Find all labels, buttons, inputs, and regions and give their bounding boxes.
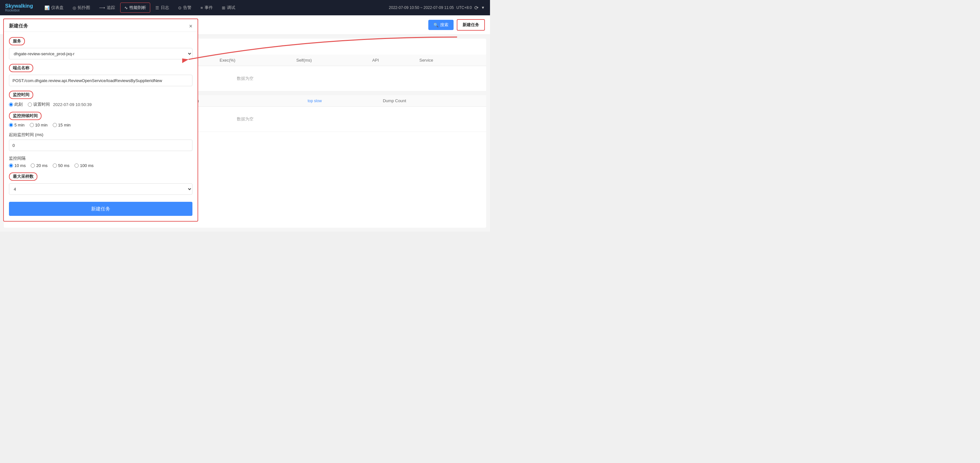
refresh-icon[interactable]: ⟳ bbox=[474, 5, 479, 11]
interval-100ms-label[interactable]: 100 ms bbox=[75, 163, 94, 168]
debug-icon: ⊞ bbox=[222, 5, 225, 10]
nav-label-event: 事件 bbox=[205, 5, 213, 11]
interval-50ms-label[interactable]: 50 ms bbox=[53, 163, 69, 168]
duration-10min-label[interactable]: 10 min bbox=[30, 123, 48, 127]
dropdown-icon[interactable]: ▼ bbox=[481, 5, 485, 10]
interval-20ms-radio[interactable] bbox=[31, 163, 35, 168]
interval-100ms-radio[interactable] bbox=[75, 163, 79, 168]
max-sample-label: 最大采样数 bbox=[9, 173, 37, 181]
interval-10ms-text: 10 ms bbox=[14, 163, 25, 168]
endpoint-label: 端点名称 bbox=[9, 64, 33, 72]
duration-10min-radio[interactable] bbox=[30, 123, 34, 127]
monitor-interval-radio-group: 10 ms 20 ms 50 ms 100 ms bbox=[9, 163, 192, 168]
topology-icon: ◎ bbox=[73, 5, 76, 10]
dialog-body: 服务 dhgate-review-service_prod-jxq-r 端点名称… bbox=[4, 32, 197, 221]
logo-sub: Rocketbot bbox=[5, 9, 33, 12]
duration-15min-label[interactable]: 15 min bbox=[53, 123, 71, 127]
start-monitor-input[interactable] bbox=[9, 140, 192, 151]
logo-text: Skywalking bbox=[5, 3, 33, 9]
interval-10ms-label[interactable]: 10 ms bbox=[9, 163, 25, 168]
nav-label-profiling: 性能剖析 bbox=[129, 5, 146, 11]
duration-15min-radio[interactable] bbox=[53, 123, 57, 127]
new-task-dialog: 新建任务 × 服务 dhgate-review-service_prod-jxq… bbox=[3, 19, 198, 222]
nav-time: 2022-07-09 10:50 ~ 2022-07-09 11:05 bbox=[389, 5, 454, 10]
max-sample-select[interactable]: 4 5 6 8 10 bbox=[9, 183, 192, 195]
dialog-header: 新建任务 × bbox=[4, 19, 197, 32]
monitor-time-now-radio[interactable] bbox=[9, 103, 13, 107]
duration-15min-text: 15 min bbox=[58, 123, 71, 127]
alarm-icon: ⊙ bbox=[178, 5, 181, 10]
nav-item-profiling[interactable]: ∿ 性能剖析 bbox=[120, 3, 150, 13]
dashboard-icon: 📊 bbox=[45, 5, 49, 10]
monitor-duration-group: 监控持续时间 5 min 10 min 15 min bbox=[9, 112, 192, 127]
interval-50ms-radio[interactable] bbox=[53, 163, 57, 168]
service-select[interactable]: dhgate-review-service_prod-jxq-r bbox=[9, 48, 192, 59]
log-icon: ☰ bbox=[155, 5, 159, 10]
monitor-interval-group: 监控间隔 10 ms 20 ms 50 ms bbox=[9, 155, 192, 168]
nav-label-alarm: 告警 bbox=[183, 5, 191, 11]
nav-item-trace[interactable]: ⟶ 追踪 bbox=[95, 3, 119, 13]
interval-20ms-text: 20 ms bbox=[36, 163, 47, 168]
monitor-time-radio-group: 此刻 设置时间 2022-07-09 10:50:39 bbox=[9, 101, 192, 107]
endpoint-group: 端点名称 bbox=[9, 64, 192, 86]
monitor-duration-radio-group: 5 min 10 min 15 min bbox=[9, 123, 192, 127]
interval-100ms-text: 100 ms bbox=[80, 163, 94, 168]
modal-overlay: 新建任务 × 服务 dhgate-review-service_prod-jxq… bbox=[0, 15, 490, 232]
nav-label-dashboard: 仪表盘 bbox=[51, 5, 64, 11]
interval-20ms-label[interactable]: 20 ms bbox=[31, 163, 47, 168]
monitor-time-set-text: 设置时间 bbox=[33, 101, 50, 107]
nav-items: 📊 仪表盘 ◎ 拓扑图 ⟶ 追踪 ∿ 性能剖析 ☰ 日志 ⊙ 告警 ≡ 事件 ⊞ bbox=[41, 3, 389, 13]
endpoint-input[interactable] bbox=[9, 75, 192, 86]
nav-label-trace: 追踪 bbox=[107, 5, 115, 11]
monitor-time-group: 监控时间 此刻 设置时间 2022-07-09 10:50:39 bbox=[9, 91, 192, 107]
nav-timezone: UTC+8:0 bbox=[457, 5, 472, 10]
nav-item-alarm[interactable]: ⊙ 告警 bbox=[174, 3, 195, 13]
monitor-interval-label: 监控间隔 bbox=[9, 155, 192, 161]
duration-5min-text: 5 min bbox=[14, 123, 25, 127]
monitor-time-set-label[interactable]: 设置时间 2022-07-09 10:50:39 bbox=[28, 101, 92, 107]
dialog-close-button[interactable]: × bbox=[189, 23, 192, 29]
start-monitor-label: 起始监控时间 (ms) bbox=[9, 132, 192, 138]
monitor-time-now-text: 此刻 bbox=[14, 101, 23, 107]
arrow-annotation bbox=[182, 34, 460, 69]
service-group: 服务 dhgate-review-service_prod-jxq-r bbox=[9, 37, 192, 59]
dialog-title: 新建任务 bbox=[9, 23, 28, 29]
interval-50ms-text: 50 ms bbox=[58, 163, 69, 168]
event-icon: ≡ bbox=[200, 5, 203, 10]
nav-item-event[interactable]: ≡ 事件 bbox=[197, 3, 217, 13]
logo-area: Skywalking Rocketbot bbox=[5, 3, 33, 13]
nav-label-debug: 调试 bbox=[227, 5, 235, 11]
duration-5min-radio[interactable] bbox=[9, 123, 13, 127]
duration-5min-label[interactable]: 5 min bbox=[9, 123, 25, 127]
monitor-duration-label: 监控持续时间 bbox=[9, 112, 41, 120]
nav-item-dashboard[interactable]: 📊 仪表盘 bbox=[41, 3, 67, 13]
profiling-icon: ∿ bbox=[124, 5, 128, 10]
nav-label-log: 日志 bbox=[161, 5, 169, 11]
nav-label-topology: 拓扑图 bbox=[78, 5, 90, 11]
nav-item-topology[interactable]: ◎ 拓扑图 bbox=[69, 3, 94, 13]
monitor-time-now-label[interactable]: 此刻 bbox=[9, 101, 23, 107]
nav-item-log[interactable]: ☰ 日志 bbox=[151, 3, 173, 13]
trace-icon: ⟶ bbox=[99, 5, 105, 10]
submit-button[interactable]: 新建任务 bbox=[9, 202, 192, 216]
interval-10ms-radio[interactable] bbox=[9, 163, 13, 168]
main-area: 🔍 搜索 新建任务 -- 分析 ↔ bbox=[0, 15, 490, 232]
monitor-time-label: 监控时间 bbox=[9, 91, 33, 99]
duration-10min-text: 10 min bbox=[35, 123, 48, 127]
start-monitor-group: 起始监控时间 (ms) bbox=[9, 132, 192, 151]
monitor-time-datetime: 2022-07-09 10:50:39 bbox=[53, 102, 92, 107]
top-navigation: Skywalking Rocketbot 📊 仪表盘 ◎ 拓扑图 ⟶ 追踪 ∿ … bbox=[0, 0, 490, 15]
nav-right: 2022-07-09 10:50 ~ 2022-07-09 11:05 UTC+… bbox=[389, 5, 485, 11]
max-sample-group: 最大采样数 4 5 6 8 10 bbox=[9, 173, 192, 195]
service-label: 服务 bbox=[9, 37, 25, 45]
monitor-time-set-radio[interactable] bbox=[28, 103, 32, 107]
nav-item-debug[interactable]: ⊞ 调试 bbox=[218, 3, 239, 13]
